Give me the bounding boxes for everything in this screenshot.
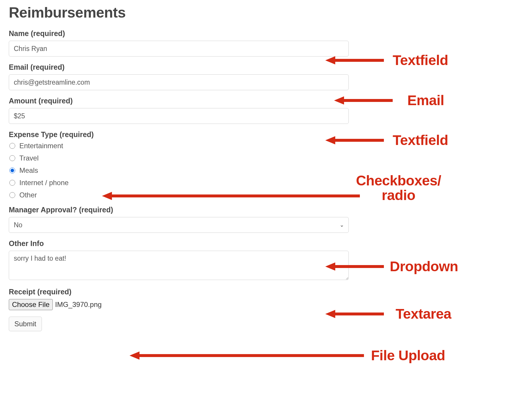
radio-input-meals[interactable] — [9, 168, 15, 173]
receipt-filename: IMG_3970.png — [55, 301, 102, 309]
annotation-label: File Upload — [371, 349, 445, 363]
annotation-label: Email — [407, 93, 444, 107]
field-email: Email (required) — [9, 63, 349, 90]
annotation-label-line1: Checkboxes/ — [287, 173, 510, 188]
field-manager-approval: Manager Approval? (required) No ⌄ — [9, 206, 349, 233]
other-info-label: Other Info — [9, 239, 349, 248]
name-input[interactable] — [9, 41, 349, 57]
field-amount: Amount (required) — [9, 97, 349, 124]
annotation-label: Textfield — [393, 133, 448, 147]
amount-input[interactable] — [9, 108, 349, 124]
annotation-fileupload: File Upload — [130, 349, 445, 363]
radio-label-entertainment: Entertainment — [19, 142, 63, 150]
page-title: Reimbursements — [9, 4, 349, 21]
radio-input-internet-phone[interactable] — [9, 180, 15, 186]
email-input[interactable] — [9, 74, 349, 90]
svg-marker-13 — [130, 351, 139, 360]
arrow-left-icon — [130, 350, 364, 361]
name-label: Name (required) — [9, 29, 349, 38]
radio-label-meals: Meals — [19, 166, 38, 175]
other-info-textarea[interactable] — [9, 251, 349, 280]
annotation-radio-label: Checkboxes/ radio — [287, 173, 510, 203]
annotation-label: Textfield — [393, 53, 448, 67]
radio-option-entertainment[interactable]: Entertainment — [9, 142, 349, 150]
field-name: Name (required) — [9, 29, 349, 57]
manager-approval-label: Manager Approval? (required) — [9, 206, 349, 214]
radio-input-entertainment[interactable] — [9, 143, 15, 149]
radio-label-travel: Travel — [19, 154, 39, 162]
radio-label-other: Other — [19, 191, 37, 199]
email-label: Email (required) — [9, 63, 349, 71]
amount-label: Amount (required) — [9, 97, 349, 105]
manager-approval-select[interactable]: No — [9, 217, 349, 233]
field-submit: Submit — [9, 317, 349, 331]
choose-file-button[interactable]: Choose File — [9, 299, 53, 310]
annotation-label-line2: radio — [287, 188, 510, 203]
annotation-label: Dropdown — [390, 259, 458, 274]
radio-input-other[interactable] — [9, 192, 15, 198]
field-receipt: Receipt (required) Choose File IMG_3970.… — [9, 288, 349, 310]
annotation-label: Textarea — [396, 307, 451, 321]
submit-button[interactable]: Submit — [9, 317, 42, 331]
radio-label-internet-phone: Internet / phone — [19, 179, 69, 187]
radio-option-travel[interactable]: Travel — [9, 154, 349, 162]
receipt-label: Receipt (required) — [9, 288, 349, 296]
field-other-info: Other Info — [9, 239, 349, 281]
radio-input-travel[interactable] — [9, 155, 15, 161]
expense-type-label: Expense Type (required) — [9, 130, 349, 139]
